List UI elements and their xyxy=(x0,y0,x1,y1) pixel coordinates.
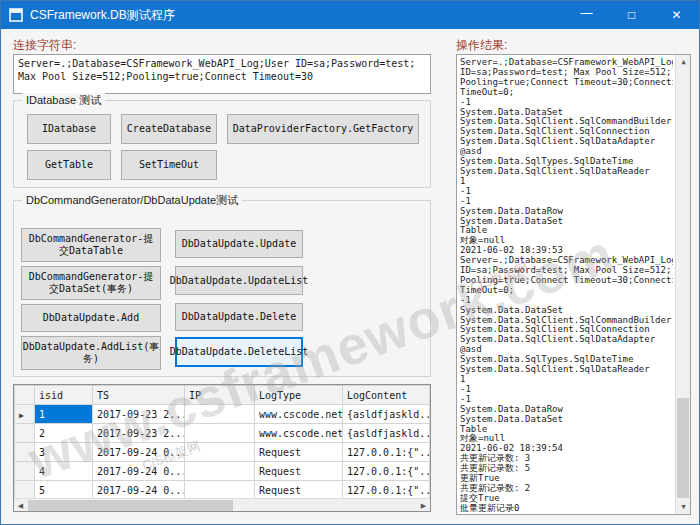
maximize-button[interactable]: □ xyxy=(609,1,654,29)
dbdataupdate-addlist-button[interactable]: DbDataUpdate.AddList(事务) xyxy=(21,336,161,370)
row-selector[interactable] xyxy=(15,424,35,443)
scroll-right-icon[interactable]: ▶ xyxy=(417,499,430,512)
grid-cell[interactable]: 2017-09-23 2... xyxy=(93,405,185,424)
result-vertical-scrollbar[interactable]: ▲ ▼ xyxy=(675,55,690,514)
title-bar: CSFramework.DB测试程序 — □ ✕ xyxy=(1,1,699,29)
grid-cell[interactable] xyxy=(185,424,255,443)
window-controls: — □ ✕ xyxy=(564,1,699,29)
grid-corner-cell[interactable] xyxy=(15,386,35,405)
grid-cell[interactable]: 2 xyxy=(35,424,93,443)
grid-cell[interactable]: 5 xyxy=(35,481,93,500)
result-output-text[interactable]: Server=.;Database=CSFramework_WebAPI_Log… xyxy=(460,58,673,512)
table-row: ▶ 1 2017-09-23 2... www.cscode.net {asld… xyxy=(15,405,430,424)
grid-cell[interactable]: 127.0.0.1:{"... xyxy=(343,443,430,462)
grid-cell[interactable]: 3 xyxy=(35,443,93,462)
row-selector[interactable]: ▶ xyxy=(15,405,35,424)
grid-cell[interactable]: 4 xyxy=(35,462,93,481)
dbcommandgenerator-datatable-button[interactable]: DbCommandGenerator-提交DataTable xyxy=(21,228,161,262)
row-selector[interactable] xyxy=(15,443,35,462)
grid-col-ip[interactable]: IP xyxy=(185,386,255,405)
group-dbupdate-title: DbCommandGenerator/DbDataUpdate测试 xyxy=(22,193,242,208)
grid-cell[interactable] xyxy=(185,405,255,424)
table-row: 2 2017-09-23 2... www.cscode.net {asldfj… xyxy=(15,424,430,443)
row-selector[interactable] xyxy=(15,462,35,481)
close-icon: ✕ xyxy=(671,8,681,22)
horizontal-scroll-thumb[interactable] xyxy=(28,500,233,511)
grid-cell[interactable] xyxy=(185,462,255,481)
grid-cell[interactable] xyxy=(185,481,255,500)
grid-cell[interactable]: Request xyxy=(255,443,343,462)
scroll-left-icon[interactable]: ◀ xyxy=(14,499,27,512)
connection-string-input[interactable]: Server=.;Database=CSFramework_WebAPI_Log… xyxy=(13,54,431,94)
grid-col-logtype[interactable]: LogType xyxy=(255,386,343,405)
table-row: 5 2017-09-24 0... Request 127.0.0.1:{"..… xyxy=(15,481,430,500)
vertical-scroll-thumb[interactable] xyxy=(677,398,689,498)
grid-cell[interactable]: {asldfjaskld... xyxy=(343,424,430,443)
minimize-icon: — xyxy=(581,6,593,20)
dbdataupdate-delete-button[interactable]: DbDataUpdate.Delete xyxy=(175,303,303,331)
app-window: CSFramework.DB测试程序 — □ ✕ 连接字符串: Server=.… xyxy=(0,0,700,525)
grid-cell[interactable]: Request xyxy=(255,462,343,481)
grid-cell[interactable]: 127.0.0.1:{"... xyxy=(343,462,430,481)
grid-cell[interactable]: {asldfjaskld... xyxy=(343,405,430,424)
table-row: 3 2017-09-24 0... Request 127.0.0.1:{"..… xyxy=(15,443,430,462)
set-timeout-button[interactable]: SetTimeOut xyxy=(121,150,217,180)
dataproviderfactory-getfactory-button[interactable]: DataProviderFactory.GetFactory xyxy=(227,114,419,144)
dbdataupdate-update-button[interactable]: DbDataUpdate.Update xyxy=(175,230,303,258)
scroll-down-icon[interactable]: ▼ xyxy=(676,500,691,514)
grid-cell[interactable]: 1 xyxy=(35,405,93,424)
grid-header-row: isid TS IP LogType LogContent xyxy=(15,386,430,405)
grid-cell[interactable]: www.cscode.net xyxy=(255,405,343,424)
log-grid: isid TS IP LogType LogContent ▶ 1 2017-0… xyxy=(13,384,431,512)
current-row-arrow-icon: ▶ xyxy=(19,411,24,420)
dbcommandgenerator-dataset-button[interactable]: DbCommandGenerator-提交DataSet(事务) xyxy=(21,266,161,300)
grid-col-logcontent[interactable]: LogContent xyxy=(343,386,430,405)
dbdataupdate-updatelist-button[interactable]: DbDataUpdate.UpdateList xyxy=(175,266,303,295)
grid-horizontal-scrollbar[interactable]: ◀ ▶ xyxy=(14,498,430,511)
grid-cell[interactable]: 2017-09-24 0... xyxy=(93,462,185,481)
table-row: 4 2017-09-24 0... Request 127.0.0.1:{"..… xyxy=(15,462,430,481)
app-icon xyxy=(9,8,23,22)
window-title: CSFramework.DB测试程序 xyxy=(30,7,175,24)
row-selector[interactable] xyxy=(15,481,35,500)
idatabase-button[interactable]: IDatabase xyxy=(27,114,111,144)
get-table-button[interactable]: GetTable xyxy=(27,150,111,180)
connection-string-label: 连接字符串: xyxy=(13,37,76,54)
dbdataupdate-deletelist-button[interactable]: DbDataUpdate.DeleteList xyxy=(175,337,303,367)
grid-cell[interactable] xyxy=(185,443,255,462)
grid-col-isid[interactable]: isid xyxy=(35,386,93,405)
result-output-box: Server=.;Database=CSFramework_WebAPI_Log… xyxy=(456,54,691,515)
create-database-button[interactable]: CreateDatabase xyxy=(121,114,217,144)
maximize-icon: □ xyxy=(628,8,635,22)
grid-cell[interactable]: 2017-09-23 2... xyxy=(93,424,185,443)
group-idatabase-title: IDatabase 测试 xyxy=(22,93,105,108)
grid-cell[interactable]: 2017-09-24 0... xyxy=(93,443,185,462)
grid-cell[interactable]: 127.0.0.1:{"... xyxy=(343,481,430,500)
dbdataupdate-add-button[interactable]: DbDataUpdate.Add xyxy=(21,304,161,332)
scroll-up-icon[interactable]: ▲ xyxy=(676,55,691,69)
grid-col-ts[interactable]: TS xyxy=(93,386,185,405)
grid-cell[interactable]: www.cscode.net xyxy=(255,424,343,443)
grid-cell[interactable]: Request xyxy=(255,481,343,500)
minimize-button[interactable]: — xyxy=(564,1,609,29)
result-label: 操作结果: xyxy=(456,37,507,54)
close-button[interactable]: ✕ xyxy=(654,1,699,29)
grid-cell[interactable]: 2017-09-24 0... xyxy=(93,481,185,500)
